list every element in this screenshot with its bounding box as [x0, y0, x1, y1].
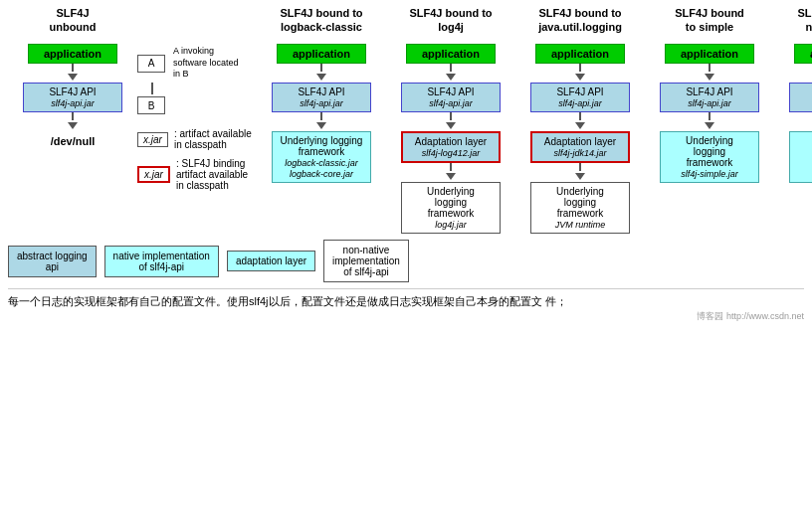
underlying-logback: Underlying loggingframeworklogback-class… [272, 131, 371, 183]
column-unbound: SLF4Junbound application SLF4J APIslf4j-… [8, 6, 137, 151]
app-box-nop: application [794, 44, 812, 64]
conn1 [320, 64, 322, 72]
legend-adaptation: adaptation layer [227, 251, 315, 271]
legend-native: native implementationof slf4j-api [104, 246, 219, 277]
api-box-unbound: SLF4J APIslf4j-api.jar [23, 83, 122, 112]
bottom-legend: abstract loggingapi native implementatio… [8, 240, 804, 282]
arr10 [705, 122, 714, 129]
column-log4j: SLF4J bound tolog4j application SLF4J AP… [386, 6, 515, 234]
column-logback: SLF4J bound tologback-classic applicatio… [257, 6, 386, 183]
conn5 [450, 163, 452, 171]
a-box: A [137, 55, 165, 73]
ab-legend-area: A A invokingsoftware locatedin B B x.jar… [137, 6, 257, 191]
api-box-logback: SLF4J APIslf4j-api.jar [272, 83, 371, 112]
ab-diagram: A A invokingsoftware locatedin B B x.jar… [137, 46, 257, 191]
spacer2 [137, 152, 257, 156]
ab-row: A A invokingsoftware locatedin B [137, 46, 257, 81]
conn2 [320, 112, 322, 120]
legend-jar-red: x.jar : SLF4J binding artifact available… [137, 158, 257, 191]
underlying-log4j: Underlyingloggingframeworklog4j.jar [401, 182, 501, 234]
api-box-simple: SLF4J APIslf4j-api.jar [660, 83, 759, 112]
adaptation-jul: Adaptation layerslf4j-jdk14.jar [530, 131, 630, 163]
legend-abstract: abstract loggingapi [8, 246, 97, 277]
jar-desc: : artifact available in classpath [174, 128, 257, 150]
ab-description: A invokingsoftware locatedin B [173, 46, 239, 81]
col-title-jul: SLF4J bound tojava.util.logging [538, 6, 622, 38]
app-box-logback: application [277, 44, 366, 64]
column-jul: SLF4J bound tojava.util.logging applicat… [515, 6, 645, 234]
arr1 [316, 74, 326, 81]
bottom-text-content: 每一个日志的实现框架都有自己的配置文件。使用slf4j以后，配置文件还是做成日志… [8, 295, 567, 307]
col-title-log4j: SLF4J bound tolog4j [409, 6, 492, 38]
underlying-simple: Underlyingloggingframeworkslf4j-simple.j… [660, 131, 759, 183]
api-box-nop: SLF4J APIslf4j-api.jar [789, 83, 812, 112]
app-box-simple: application [665, 44, 754, 64]
app-box-jul: application [535, 44, 625, 64]
adaptation-log4j: Adaptation layerslf4j-log412.jar [401, 131, 501, 163]
column-nop: SLF4J bound tono-operation application S… [774, 6, 812, 222]
arr5 [446, 173, 456, 180]
bottom-text: 每一个日志的实现框架都有自己的配置文件。使用slf4j以后，配置文件还是做成日志… [8, 288, 804, 323]
col-title-nop: SLF4J bound tono-operation [797, 6, 812, 38]
app-box-unbound: application [28, 44, 117, 64]
conn9 [709, 64, 710, 72]
conn10 [709, 112, 710, 120]
arr7 [575, 122, 585, 129]
underlying-nop: Underlyingloggingframeworkslf4j-nop.jar [789, 131, 812, 183]
col-title-simple: SLF4J boundto simple [675, 6, 744, 38]
col-title-unbound: SLF4Junbound [49, 6, 96, 38]
ab-line [151, 83, 153, 94]
main-container: SLF4Junbound application SLF4J APIslf4j-… [0, 0, 812, 329]
arrow-unbound2 [68, 122, 78, 129]
watermark: 博客园 http://www.csdn.net [8, 310, 804, 324]
connector-line [72, 64, 74, 72]
api-box-log4j: SLF4J APIslf4j-api.jar [401, 83, 501, 112]
arr6 [575, 74, 585, 81]
conn7 [579, 112, 581, 120]
legend-jar: x.jar : artifact available in classpath [137, 128, 257, 150]
arr4 [446, 122, 456, 129]
legend-nonnative: non-nativeimplementationof slf4j-api [323, 240, 409, 282]
arrow-unbound [68, 74, 78, 81]
conn8 [579, 163, 581, 171]
conn4 [450, 112, 452, 120]
jar-box: x.jar [137, 132, 168, 147]
arr3 [446, 74, 456, 81]
null-text-unbound: /dev/null [51, 135, 96, 147]
b-box: B [137, 96, 165, 114]
arr8 [575, 173, 585, 180]
arr9 [705, 74, 714, 81]
underlying-jul: UnderlyingloggingframeworkJVM runtime [530, 182, 630, 234]
spacer [137, 116, 257, 126]
arr2 [316, 122, 326, 129]
app-box-log4j: application [406, 44, 496, 64]
jar-red-box: x.jar [137, 166, 170, 183]
column-simple: SLF4J boundto simple application SLF4J A… [645, 6, 774, 183]
conn6 [579, 64, 581, 72]
api-box-jul: SLF4J APIslf4j-api.jar [530, 83, 630, 112]
conn3 [450, 64, 452, 72]
col-title-logback: SLF4J bound tologback-classic [280, 6, 362, 38]
connector-line2 [72, 112, 74, 120]
jar-red-desc: : SLF4J binding artifact available in cl… [176, 158, 257, 191]
diagram-area: SLF4Junbound application SLF4J APIslf4j-… [8, 6, 804, 234]
